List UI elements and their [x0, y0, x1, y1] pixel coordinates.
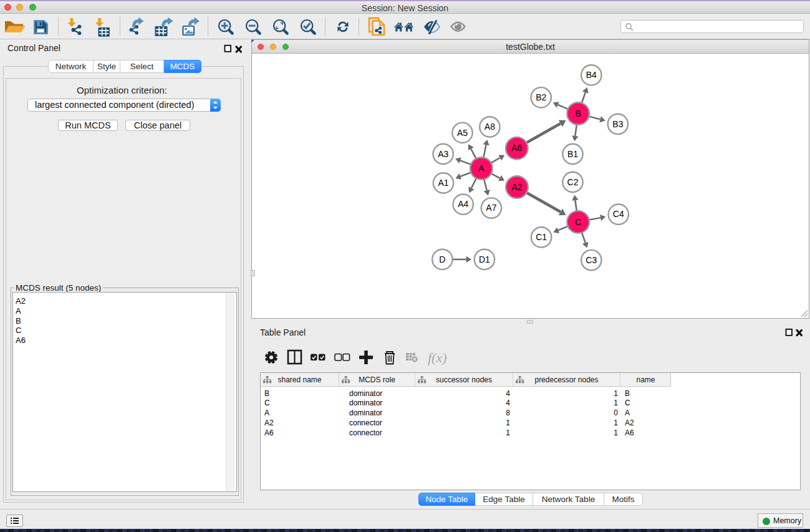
svg-text:f(x): f(x) [428, 350, 447, 365]
